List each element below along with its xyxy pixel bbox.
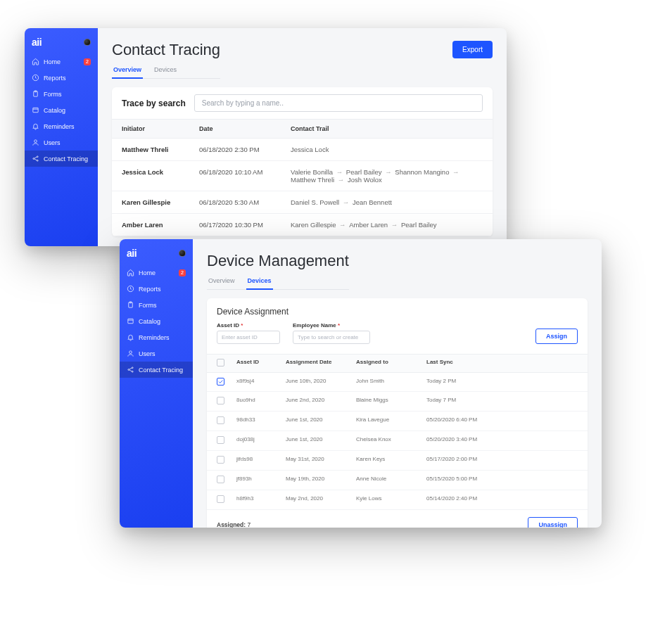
section-title: Device Assignment — [207, 298, 588, 318]
assigned-to-cell: Kyle Lows — [356, 495, 426, 504]
bell-icon — [127, 333, 134, 341]
assign-button[interactable]: Assign — [535, 329, 578, 344]
tab-devices[interactable]: Devices — [246, 274, 273, 290]
device-row[interactable]: jifds98May 31st, 2020Karen Keys05/17/202… — [207, 451, 588, 471]
sidebar-item-catalog[interactable]: Catalog — [25, 102, 98, 118]
sidebar-item-contact-tracing[interactable]: Contact Tracing — [25, 151, 98, 167]
trace-row[interactable]: Karen Gillespie06/18/2020 5:30 AMDaniel … — [112, 191, 493, 214]
device-row[interactable]: 8uo9hdJune 2nd, 2020Blaine MiggsToday 7 … — [207, 392, 588, 412]
sidebar-item-label: Catalog — [44, 107, 65, 114]
trace-card: Trace by search Initiator Date Contact T… — [112, 87, 493, 236]
tab-overview[interactable]: Overview — [207, 274, 236, 289]
svg-point-13 — [128, 369, 129, 371]
last-sync-cell: 05/15/2020 5:00 PM — [426, 476, 578, 485]
col-initiator: Initiator — [122, 125, 199, 132]
user-icon — [32, 139, 39, 146]
assignment-date-cell: June 2nd, 2020 — [286, 397, 356, 406]
catalog-icon — [127, 317, 134, 325]
asset-id-cell: h8f9h3 — [236, 495, 286, 504]
device-row[interactable]: 98dh33June 1st, 2020Kira Lavegue05/20/20… — [207, 412, 588, 431]
sidebar-item-forms[interactable]: Forms — [120, 297, 193, 313]
sidebar-item-forms[interactable]: Forms — [25, 86, 98, 102]
avatar-icon[interactable] — [84, 39, 91, 46]
col-last-sync: Last Sync — [426, 359, 578, 368]
sidebar: aii Home2ReportsFormsCatalogRemindersUse… — [25, 28, 98, 246]
svg-point-4 — [34, 140, 37, 143]
date-cell: 06/17/2020 10:30 PM — [199, 221, 291, 229]
sidebar-logo: aii — [120, 245, 193, 264]
trace-row[interactable]: Jessica Lock06/18/2020 10:10 AMValerie B… — [112, 161, 493, 191]
sidebar-item-reminders[interactable]: Reminders — [120, 329, 193, 345]
sidebar-item-reports[interactable]: Reports — [25, 70, 98, 86]
assignment-date-cell: May 31st, 2020 — [286, 456, 356, 465]
sidebar-item-reminders[interactable]: Reminders — [25, 118, 98, 134]
sidebar-item-label: Forms — [139, 302, 157, 309]
sidebar-logo: aii — [25, 34, 98, 53]
assignment-date-cell: June 1st, 2020 — [286, 436, 356, 445]
last-sync-cell: Today 7 PM — [426, 397, 578, 406]
sidebar-item-label: Users — [139, 350, 156, 357]
row-checkbox[interactable] — [217, 416, 224, 424]
asset-id-input[interactable] — [217, 331, 280, 344]
sidebar-item-contact-tracing[interactable]: Contact Tracing — [120, 362, 193, 378]
tab-overview[interactable]: Overview — [112, 63, 143, 79]
row-checkbox[interactable] — [217, 495, 224, 503]
device-row[interactable]: jf893hMay 19th, 2020Anne Nicole05/15/202… — [207, 471, 588, 490]
trail-cell: Karen Gillespie → Amber Laren → Pearl Ba… — [291, 221, 483, 229]
assigned-to-cell: Kira Lavegue — [356, 416, 426, 426]
brand-text: aii — [32, 37, 42, 48]
date-cell: 06/18/2020 2:30 PM — [199, 146, 291, 153]
row-checkbox[interactable] — [217, 436, 224, 444]
sidebar-item-label: Forms — [44, 91, 62, 98]
employee-name-input[interactable] — [293, 331, 370, 344]
row-checkbox[interactable] — [217, 456, 224, 464]
catalog-icon — [32, 106, 39, 114]
sidebar-item-home[interactable]: Home2 — [25, 53, 98, 70]
select-all-checkbox[interactable] — [217, 359, 224, 367]
sidebar-item-catalog[interactable]: Catalog — [120, 313, 193, 329]
unassign-button[interactable]: Unassign — [528, 517, 578, 528]
tab-devices[interactable]: Devices — [153, 63, 178, 78]
assignment-date-cell: May 19th, 2020 — [286, 476, 356, 485]
clipboard-icon — [127, 301, 134, 309]
row-checkbox[interactable] — [217, 476, 224, 483]
row-checkbox[interactable] — [217, 378, 224, 385]
trail-cell: Daniel S. Powell → Jean Bennett — [291, 198, 483, 206]
sidebar: aii Home2ReportsFormsCatalogRemindersUse… — [120, 239, 193, 528]
trace-row[interactable]: Matthew Threli06/18/2020 2:30 PMJessica … — [112, 139, 493, 161]
trail-cell: Jessica Lock — [291, 146, 483, 153]
device-row[interactable]: x8f9sj4June 10th, 2020John SmithToday 2 … — [207, 373, 588, 392]
sidebar-item-users[interactable]: Users — [120, 345, 193, 362]
trace-search-input[interactable] — [194, 94, 483, 112]
sidebar-item-label: Users — [44, 139, 61, 146]
assigned-to-cell: Karen Keys — [356, 456, 426, 465]
sidebar-badge: 2 — [179, 269, 186, 276]
assigned-to-cell: Anne Nicole — [356, 476, 426, 485]
export-button[interactable]: Export — [452, 41, 493, 58]
sidebar-item-reports[interactable]: Reports — [120, 281, 193, 297]
sidebar-item-label: Reminders — [139, 334, 170, 341]
page-title: Contact Tracing — [112, 41, 220, 59]
contact-tracing-window: aii Home2ReportsFormsCatalogRemindersUse… — [25, 28, 507, 246]
col-date: Date — [199, 125, 291, 132]
employee-name-label: Employee Name * — [293, 322, 370, 329]
clipboard-icon — [32, 90, 39, 98]
sidebar-item-home[interactable]: Home2 — [120, 264, 193, 281]
date-cell: 06/18/2020 10:10 AM — [199, 168, 291, 184]
assigned-to-cell: Blaine Miggs — [356, 397, 426, 406]
device-row[interactable]: h8f9h3May 2nd, 2020Kyle Lows05/14/2020 2… — [207, 490, 588, 510]
trace-row[interactable]: Amber Laren06/17/2020 10:30 PMKaren Gill… — [112, 214, 493, 236]
device-row[interactable]: doj038jJune 1st, 2020Chelsea Knox05/20/2… — [207, 431, 588, 451]
sidebar-item-label: Reminders — [44, 123, 75, 130]
last-sync-cell: Today 2 PM — [426, 378, 578, 386]
page-title: Device Management — [207, 252, 349, 270]
row-checkbox[interactable] — [217, 397, 224, 404]
svg-point-5 — [33, 158, 34, 160]
asset-id-cell: doj038j — [236, 436, 286, 445]
assigned-count: Assigned: 7 — [217, 521, 251, 528]
device-mgmt-main: Device Management Overview Devices Devic… — [193, 239, 602, 528]
last-sync-cell: 05/20/2020 3:40 PM — [426, 436, 578, 445]
sidebar-item-label: Reports — [44, 75, 66, 82]
avatar-icon[interactable] — [179, 250, 186, 257]
sidebar-item-users[interactable]: Users — [25, 134, 98, 151]
